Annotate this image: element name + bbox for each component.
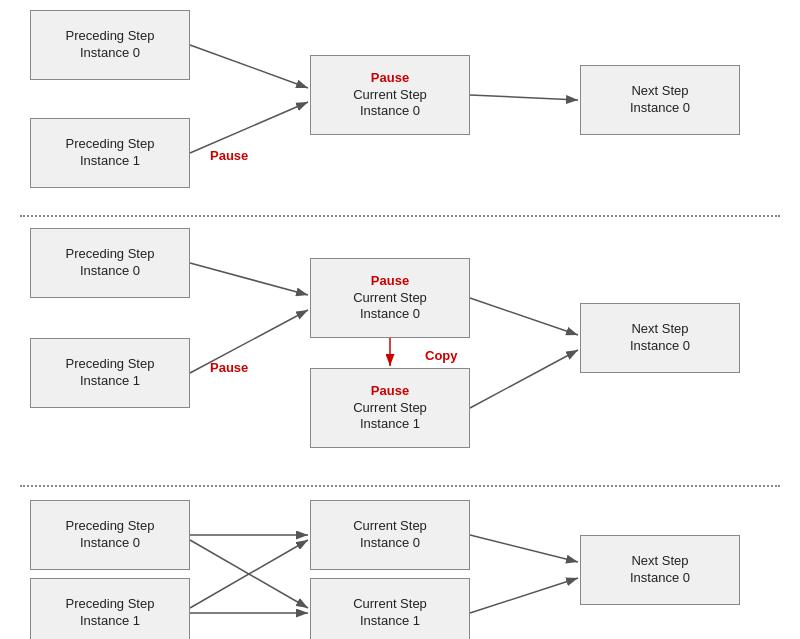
svg-line-12 <box>190 540 308 608</box>
node-label: Next StepInstance 0 <box>630 83 690 117</box>
svg-line-15 <box>470 578 578 613</box>
svg-line-6 <box>190 310 308 373</box>
section2-copy-label: Copy <box>425 348 458 363</box>
node-label: Preceding StepInstance 0 <box>66 518 155 552</box>
section2-preceding-step-0: Preceding StepInstance 0 <box>30 228 190 298</box>
section3-next-step-0: Next StepInstance 0 <box>580 535 740 605</box>
section2-current-step-1: Pause Current StepInstance 1 <box>310 368 470 448</box>
node-label: Preceding StepInstance 0 <box>66 246 155 280</box>
svg-line-4 <box>470 95 578 100</box>
section3-current-step-1: Current StepInstance 1 <box>310 578 470 639</box>
node-label: Current StepInstance 1 <box>353 596 427 630</box>
pause-label: Pause <box>353 70 427 87</box>
node-label: Preceding StepInstance 0 <box>66 28 155 62</box>
pause-label: Pause <box>353 383 427 400</box>
svg-line-3 <box>190 102 308 153</box>
svg-line-7 <box>470 298 578 335</box>
diagram-container: Preceding StepInstance 0 Preceding StepI… <box>0 0 800 639</box>
section3-current-step-0: Current StepInstance 0 <box>310 500 470 570</box>
section1-next-step-0: Next StepInstance 0 <box>580 65 740 135</box>
node-label: Next StepInstance 0 <box>630 321 690 355</box>
svg-line-2 <box>190 45 308 88</box>
section3-preceding-step-0: Preceding StepInstance 0 <box>30 500 190 570</box>
section2-preceding-step-1: Preceding StepInstance 1 <box>30 338 190 408</box>
node-label: Preceding StepInstance 1 <box>66 596 155 630</box>
section1-preceding-step-0: Preceding StepInstance 0 <box>30 10 190 80</box>
node-label: Preceding StepInstance 1 <box>66 136 155 170</box>
svg-line-5 <box>190 263 308 295</box>
section1-pause-label: Pause <box>210 148 248 163</box>
node-label: Current StepInstance 0 <box>353 87 427 119</box>
node-label: Current StepInstance 1 <box>353 400 427 432</box>
section2-next-step-0: Next StepInstance 0 <box>580 303 740 373</box>
section1-preceding-step-1: Preceding StepInstance 1 <box>30 118 190 188</box>
divider-2 <box>20 485 780 487</box>
svg-line-11 <box>190 540 308 608</box>
section3-preceding-step-1: Preceding StepInstance 1 <box>30 578 190 639</box>
svg-line-8 <box>470 350 578 408</box>
divider-1 <box>20 215 780 217</box>
node-label: Preceding StepInstance 1 <box>66 356 155 390</box>
node-label: Next StepInstance 0 <box>630 553 690 587</box>
section2-pause-label: Pause <box>210 360 248 375</box>
node-label: Current StepInstance 0 <box>353 290 427 322</box>
svg-line-14 <box>470 535 578 562</box>
pause-label: Pause <box>353 273 427 290</box>
section1-current-step-0: Pause Current StepInstance 0 <box>310 55 470 135</box>
section2-current-step-0: Pause Current StepInstance 0 <box>310 258 470 338</box>
node-label: Current StepInstance 0 <box>353 518 427 552</box>
